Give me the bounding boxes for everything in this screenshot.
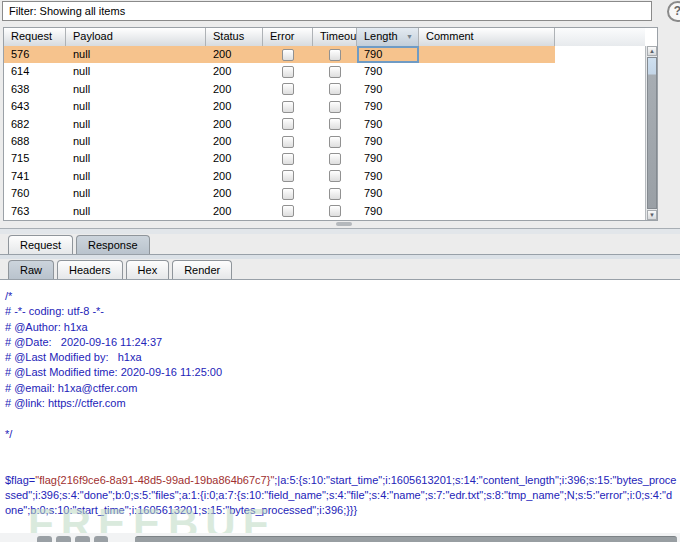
flag-value: "flag{216f9ce6-8a91-48d5-99ad-19ba864b67… <box>35 474 274 486</box>
request-cell: 643 <box>4 98 66 115</box>
payload-cell: null <box>66 116 206 133</box>
error-checkbox[interactable] <box>282 136 294 148</box>
status-cell: 200 <box>206 63 263 80</box>
cropped-bottom-bar[interactable] <box>135 536 677 542</box>
column-header-comment[interactable]: Comment <box>419 28 555 46</box>
timeout-cell <box>313 116 357 133</box>
timeout-checkbox[interactable] <box>329 66 341 78</box>
timeout-cell <box>313 150 357 167</box>
results-table: RequestPayloadStatusErrorTimeoutLength▼C… <box>3 27 658 221</box>
timeout-cell <box>313 203 357 220</box>
timeout-checkbox[interactable] <box>329 101 341 113</box>
cropped-bottom-button[interactable] <box>94 536 108 542</box>
length-cell: 790 <box>357 168 419 185</box>
status-cell: 200 <box>206 98 263 115</box>
request-cell: 638 <box>4 81 66 98</box>
cropped-bottom-button[interactable] <box>56 536 71 542</box>
payload-cell: null <box>66 46 206 63</box>
request-cell: 715 <box>4 150 66 167</box>
payload-cell: null <box>66 81 206 98</box>
tab-render[interactable]: Render <box>172 260 232 280</box>
code-line <box>5 442 676 457</box>
scrollbar-down-arrow-icon[interactable]: ▼ <box>647 210 657 220</box>
timeout-checkbox[interactable] <box>329 153 341 165</box>
code-line: # @Date: 2020-09-16 11:24:37 <box>5 335 676 350</box>
table-row-request-715[interactable]: 715null200790 <box>4 150 555 167</box>
tab-raw[interactable]: Raw <box>8 260 54 280</box>
timeout-checkbox[interactable] <box>329 188 341 200</box>
help-icon[interactable]: ? <box>667 1 680 22</box>
table-row-request-614[interactable]: 614null200790 <box>4 63 555 80</box>
column-header-request[interactable]: Request <box>4 28 66 46</box>
table-row-request-576[interactable]: 576null200790 <box>4 46 555 63</box>
error-cell <box>263 46 313 63</box>
tab-pane-band <box>0 255 680 259</box>
error-checkbox[interactable] <box>282 205 294 217</box>
error-cell <box>263 133 313 150</box>
table-row-request-638[interactable]: 638null200790 <box>4 81 555 98</box>
column-header-payload[interactable]: Payload <box>66 28 206 46</box>
sort-descending-icon: ▼ <box>406 33 413 41</box>
error-cell <box>263 203 313 220</box>
timeout-checkbox[interactable] <box>329 118 341 130</box>
splitter-band <box>0 229 680 234</box>
status-cell: 200 <box>206 46 263 63</box>
timeout-cell <box>313 46 357 63</box>
payload-cell: null <box>66 98 206 115</box>
table-row-request-643[interactable]: 643null200790 <box>4 98 555 115</box>
timeout-checkbox[interactable] <box>329 83 341 95</box>
timeout-checkbox[interactable] <box>329 205 341 217</box>
comment-cell <box>419 203 555 220</box>
code-line <box>5 457 676 472</box>
table-vertical-scrollbar[interactable]: ▲ ▼ <box>645 46 657 220</box>
error-checkbox[interactable] <box>282 83 294 95</box>
error-checkbox[interactable] <box>282 66 294 78</box>
code-line: */ <box>5 427 676 442</box>
response-raw-view: /*# -*- coding: utf-8 -*-# @Author: h1xa… <box>0 280 680 533</box>
scrollbar-up-arrow-icon[interactable]: ▲ <box>647 46 657 56</box>
timeout-checkbox[interactable] <box>329 136 341 148</box>
timeout-cell <box>313 63 357 80</box>
tab-headers[interactable]: Headers <box>57 260 123 280</box>
payload-cell: null <box>66 133 206 150</box>
comment-cell <box>419 63 555 80</box>
column-header-error[interactable]: Error <box>263 28 313 46</box>
response-comment-block: /*# -*- coding: utf-8 -*-# @Author: h1xa… <box>5 289 676 473</box>
scrollbar-thumb[interactable] <box>647 57 657 209</box>
table-row-request-741[interactable]: 741null200790 <box>4 168 555 185</box>
error-checkbox[interactable] <box>282 101 294 113</box>
table-row-request-688[interactable]: 688null200790 <box>4 133 555 150</box>
error-checkbox[interactable] <box>282 118 294 130</box>
timeout-checkbox[interactable] <box>329 170 341 182</box>
table-row-request-763[interactable]: 763null200790 <box>4 203 555 220</box>
column-header-length[interactable]: Length▼ <box>357 28 419 46</box>
column-header-timeout[interactable]: Timeout <box>313 28 357 46</box>
cropped-bottom-button[interactable] <box>75 536 90 542</box>
table-row-request-682[interactable]: 682null200790 <box>4 116 555 133</box>
tab-request[interactable]: Request <box>8 235 73 255</box>
tab-hex[interactable]: Hex <box>126 260 170 280</box>
error-checkbox[interactable] <box>282 153 294 165</box>
error-checkbox[interactable] <box>282 170 294 182</box>
cropped-bottom-button[interactable] <box>37 536 52 542</box>
flag-variable: $flag= <box>5 474 35 486</box>
column-header-status[interactable]: Status <box>206 28 263 46</box>
length-cell: 790 <box>357 203 419 220</box>
comment-cell <box>419 98 555 115</box>
timeout-cell <box>313 81 357 98</box>
status-cell: 200 <box>206 168 263 185</box>
filter-text: Filter: Showing all items <box>9 5 125 17</box>
payload-cell: null <box>66 203 206 220</box>
error-checkbox[interactable] <box>282 188 294 200</box>
length-cell: 790 <box>357 116 419 133</box>
timeout-checkbox[interactable] <box>329 49 341 61</box>
tab-response[interactable]: Response <box>76 235 150 255</box>
error-checkbox[interactable] <box>282 49 294 61</box>
filter-bar[interactable]: Filter: Showing all items <box>2 1 652 21</box>
code-line: # -*- coding: utf-8 -*- <box>5 304 676 319</box>
length-cell: 790 <box>357 46 419 63</box>
code-line: # @link: https://ctfer.com <box>5 396 676 411</box>
splitter-grip[interactable] <box>336 222 352 226</box>
table-row-request-760[interactable]: 760null200790 <box>4 185 555 202</box>
bottom-strip <box>0 533 680 542</box>
